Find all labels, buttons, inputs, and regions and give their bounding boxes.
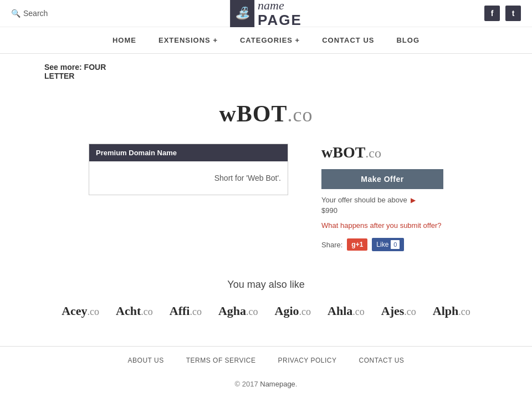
breadcrumb: See more: FOUR LETTER (0, 54, 532, 89)
main-content: Premium Domain Name Short for 'Web Bot'.… (0, 133, 532, 273)
offer-info-text: Your offer should be above ▶ (321, 196, 443, 204)
fb-like-label: Like (376, 241, 388, 248)
breadcrumb-prefix: See more: (44, 63, 82, 72)
search-label: Search (23, 9, 48, 18)
domain-tld-part: .co (288, 104, 313, 126)
footer-nav: ABOUT USTERMS OF SERVICEPRIVACY POLICYCO… (0, 347, 532, 374)
facebook-like-button[interactable]: Like 0 (372, 238, 404, 251)
search-bar[interactable]: 🔍 Search (11, 9, 48, 18)
share-row: Share: g+1 Like 0 (321, 238, 443, 251)
nav-item-categories[interactable]: CATEGORIES + (240, 36, 300, 44)
footer-nav-item-contact[interactable]: CONTACT US (359, 357, 404, 364)
facebook-icon[interactable]: f (484, 6, 500, 21)
footer-copy-prefix: © 2017 (235, 380, 258, 388)
domain-list-item[interactable]: Acey.co (62, 304, 99, 318)
gplus-button[interactable]: g+1 (347, 238, 367, 251)
header: 🔍 Search ⛲ name PAGE f t (0, 0, 532, 27)
twitter-icon[interactable]: t (505, 6, 521, 21)
footer-nav-item-terms[interactable]: TERMS OF SERVICE (186, 357, 256, 364)
logo-icon: ⛲ (230, 0, 254, 27)
fb-count: 0 (391, 240, 400, 249)
domain-title-large: wBOT.co (0, 100, 532, 127)
make-offer-button[interactable]: Make Offer (321, 169, 443, 189)
footer-copy-brand[interactable]: Namepage (260, 380, 295, 388)
what-happens-link[interactable]: What happens after you submit offer? (321, 221, 442, 230)
domain-list: Acey.coAcht.coAffi.coAgha.coAgio.coAhla.… (22, 304, 510, 318)
footer-nav-item-privacy[interactable]: PRIVACY POLICY (278, 357, 337, 364)
nav-item-extensions[interactable]: EXTENSIONS + (158, 36, 218, 44)
social-icons: f t (484, 6, 521, 21)
offer-arrow-icon: ▶ (411, 196, 416, 204)
domain-info-box: Premium Domain Name Short for 'Web Bot'. (89, 144, 288, 195)
domain-info-description: Short for 'Web Bot'. (214, 174, 281, 182)
nav-item-home[interactable]: HOME (112, 36, 136, 44)
domain-name-part: wBOT (219, 101, 287, 126)
domain-list-item[interactable]: Acht.co (116, 304, 153, 318)
offer-section: wBOT.co Make Offer Your offer should be … (321, 144, 443, 251)
domain-list-item[interactable]: Ahla.co (328, 304, 365, 318)
domain-info-header: Premium Domain Name (89, 144, 288, 161)
offer-price: $990 (321, 206, 443, 215)
also-like-section: You may also like Acey.coAcht.coAffi.coA… (0, 273, 532, 335)
domain-info-body: Short for 'Web Bot'. (89, 161, 288, 195)
also-like-title: You may also like (22, 279, 510, 291)
nav-item-blog[interactable]: BLOG (396, 36, 420, 44)
footer-nav-item-about-us[interactable]: ABOUT US (128, 357, 164, 364)
nav-item-contact[interactable]: CONTACT US (322, 36, 374, 44)
logo-text: name PAGE (258, 0, 302, 28)
logo-name-text: name (258, 0, 302, 12)
domain-list-item[interactable]: Alph.co (433, 304, 470, 318)
domain-list-item[interactable]: Ajes.co (381, 304, 416, 318)
domain-list-item[interactable]: Agha.co (218, 304, 258, 318)
footer-copy: © 2017 Namepage. (0, 374, 532, 399)
main-nav: HOME EXTENSIONS + CATEGORIES + CONTACT U… (0, 27, 532, 54)
offer-domain-name: wBOT.co (321, 144, 443, 161)
share-label: Share: (321, 241, 342, 249)
logo-container: ⛲ name PAGE (230, 0, 302, 28)
logo-link[interactable]: ⛲ name PAGE (230, 0, 302, 28)
domain-list-item[interactable]: Affi.co (170, 304, 202, 318)
search-icon: 🔍 (11, 9, 21, 18)
logo-page-text: PAGE (258, 12, 302, 28)
footer-copy-suffix: . (295, 380, 298, 388)
domain-list-item[interactable]: Agio.co (275, 304, 311, 318)
domain-title-section: wBOT.co (0, 89, 532, 133)
